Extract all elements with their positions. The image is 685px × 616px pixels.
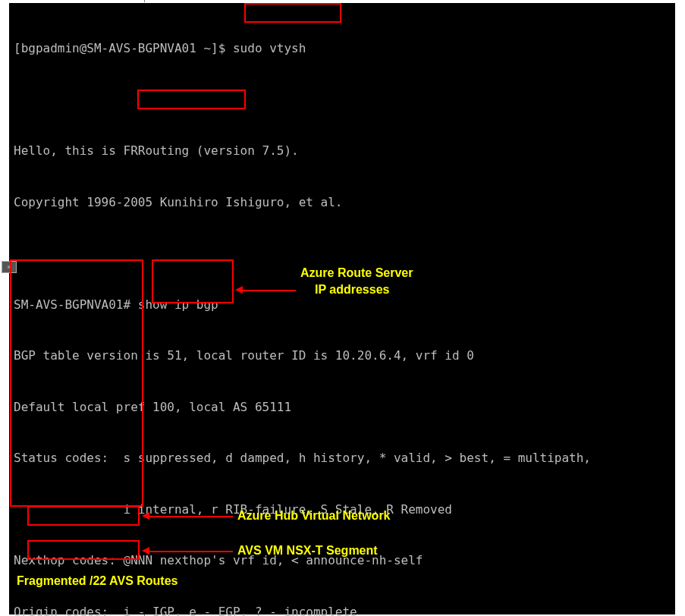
annotation-fragmented-routes: Fragmented /22 AVS Routes <box>17 574 178 589</box>
arrow-to-nexthop <box>243 290 296 291</box>
highlight-sudo-vtysh <box>244 3 341 23</box>
screenshot-root: [bgpadmin@SM-AVS-BGPNVA01 ~]$ sudo vtysh… <box>0 0 685 616</box>
arrow-to-hub-vnet <box>149 516 233 517</box>
highlight-hub-vnet-route <box>27 506 140 526</box>
frr-hello: Hello, this is FRRouting (version 7.5). <box>14 143 671 160</box>
arrow-head-icon <box>235 286 243 294</box>
annotation-azure-route-server-2: IP addresses <box>315 282 389 297</box>
highlight-nexthop-ips <box>152 259 234 303</box>
command-sudo-vtysh: sudo vtysh <box>233 41 306 55</box>
bgp-origin-codes: Origin codes: i - IGP, e - EGP, ? - inco… <box>14 604 671 617</box>
annotation-avs-segment: AVS VM NSX-T Segment <box>237 543 378 558</box>
shell-prompt: [bgpadmin@SM-AVS-BGPNVA01 ~]$ <box>14 41 233 55</box>
annotation-azure-route-server-1: Azure Route Server <box>300 266 413 281</box>
highlight-show-ip-bgp <box>137 90 246 109</box>
annotation-hub-vnet: Azure Hub Virtual Network <box>237 508 391 523</box>
arrow-head-icon <box>142 512 149 520</box>
frr-copyright: Copyright 1996-2005 Kunihiro Ishiguro, e… <box>14 194 671 212</box>
arrow-head-icon <box>142 547 149 555</box>
highlight-avs-segment-route <box>27 540 140 560</box>
highlight-network-column <box>10 259 143 507</box>
blank-line <box>14 92 671 109</box>
arrow-to-avs-segment <box>149 551 233 552</box>
